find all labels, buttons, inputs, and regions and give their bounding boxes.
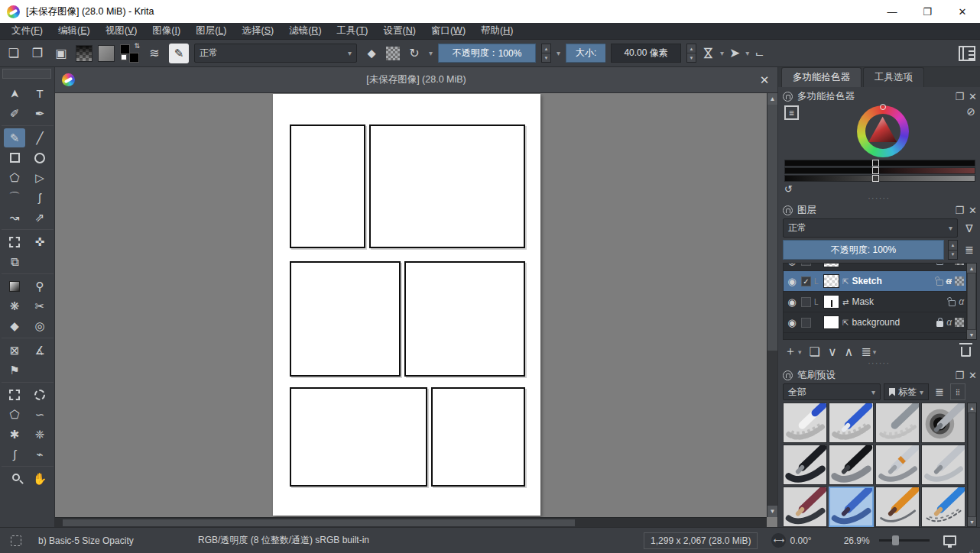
- brush-preset-pencil-dark[interactable]: [783, 445, 827, 485]
- brush-preset-ink-pen-orange-ring[interactable]: [875, 445, 920, 485]
- brush-preset-eraser-soft-blue[interactable]: [829, 403, 873, 443]
- size-value-box[interactable]: 40.00 像素: [611, 44, 681, 63]
- zoom-slider-knob[interactable]: [892, 535, 899, 545]
- opacity-slider[interactable]: 不透明度： 100%: [438, 44, 536, 63]
- close-docker-icon[interactable]: ✕: [969, 205, 977, 216]
- close-button[interactable]: ✕: [945, 0, 980, 23]
- layer-locked-icon[interactable]: [936, 321, 943, 327]
- layer-name[interactable]: Color: [845, 263, 933, 266]
- select-shapes-tool[interactable]: ➤: [4, 84, 25, 103]
- zoom-slider[interactable]: [879, 539, 930, 542]
- layer-visibility-icon[interactable]: ◉: [786, 317, 798, 328]
- minimize-button[interactable]: —: [875, 0, 910, 23]
- polygonal-select-tool[interactable]: ⬠: [4, 405, 25, 424]
- fill-tool[interactable]: ◆: [4, 316, 25, 335]
- inherit-alpha-icon[interactable]: α: [946, 317, 952, 328]
- selector-settings-icon[interactable]: ≣: [784, 105, 799, 120]
- mirror-horizontal-icon[interactable]: ⋈: [700, 47, 716, 60]
- dynamic-brush-tool[interactable]: ↝: [4, 208, 25, 227]
- docker-tab-color-selector[interactable]: 多功能拾色器: [781, 67, 862, 87]
- new-document-icon[interactable]: ❏: [5, 44, 23, 63]
- wrap-around-mode-icon[interactable]: ⌙: [754, 47, 764, 60]
- fg-bg-color-chooser[interactable]: ⇅: [120, 44, 140, 63]
- bezier-curve-tool[interactable]: ⌒: [4, 188, 25, 207]
- pattern-chooser[interactable]: [98, 45, 115, 62]
- tag-button[interactable]: 标签 ▾: [884, 383, 929, 400]
- brush-preset-wet-bristle-blue[interactable]: [829, 487, 873, 527]
- color-slider-1[interactable]: [784, 160, 975, 167]
- menu-i[interactable]: 图像(I): [145, 23, 187, 39]
- lock-docker-icon[interactable]: [783, 205, 793, 215]
- save-document-icon[interactable]: ▣: [52, 44, 70, 63]
- text-tool[interactable]: T: [29, 84, 50, 103]
- brush-preset-airbrush-soft[interactable]: [921, 403, 965, 443]
- vertical-scroll-thumb[interactable]: [767, 105, 777, 351]
- freehand-select-tool[interactable]: ∽: [29, 405, 50, 424]
- scroll-up-icon[interactable]: ▲: [767, 93, 777, 105]
- line-tool[interactable]: ╱: [29, 128, 50, 147]
- gradient-tool[interactable]: [4, 276, 25, 296]
- rectangular-select-tool[interactable]: [4, 385, 25, 404]
- smart-patch-tool[interactable]: ✂: [29, 296, 50, 315]
- brush-preset-eraser-small-soft[interactable]: [875, 403, 920, 443]
- layer-blend-mode-dropdown[interactable]: 正常 ▾: [783, 218, 958, 238]
- magnetic-select-tool[interactable]: ⌁: [29, 445, 50, 464]
- color-slider-3[interactable]: [784, 175, 975, 182]
- mirror-vertical-icon[interactable]: ➤: [729, 45, 740, 61]
- layer-name[interactable]: Mask: [852, 296, 946, 307]
- float-docker-icon[interactable]: ❐: [955, 205, 964, 216]
- menu-t[interactable]: 工具(T): [330, 23, 375, 39]
- add-layer-button[interactable]: ＋▾: [784, 344, 802, 360]
- brush-preset-ink-pen-silver[interactable]: [921, 445, 965, 485]
- brush-preset-wet-brush-maroon[interactable]: [783, 487, 827, 527]
- brush-option-slider-icon[interactable]: ≋: [145, 44, 164, 63]
- layer-row-color[interactable]: ◉LColorα: [784, 263, 966, 271]
- pan-tool[interactable]: ✋: [29, 469, 50, 488]
- move-tool[interactable]: ✜: [29, 232, 50, 251]
- resize-grip[interactable]: ⣠: [969, 545, 974, 553]
- layer-name[interactable]: Sketch: [852, 276, 933, 286]
- chevron-down-icon[interactable]: ▾: [429, 49, 433, 57]
- docker-tab-tool-options[interactable]: 工具选项: [863, 67, 924, 87]
- brush-preset-round-brush-orange[interactable]: [875, 487, 920, 527]
- menu-w[interactable]: 窗口(W): [424, 23, 472, 39]
- layer-filter-icon[interactable]: ∇: [962, 222, 977, 234]
- duplicate-layer-button[interactable]: ❏: [810, 344, 820, 359]
- maximize-button[interactable]: ❐: [910, 0, 945, 23]
- layer-scroll-thumb[interactable]: [968, 273, 975, 329]
- polygon-tool[interactable]: ⬠: [4, 168, 25, 187]
- edit-shapes-tool[interactable]: ✐: [4, 104, 25, 123]
- current-brush-preset[interactable]: b) Basic-5 Size Opacity: [38, 535, 164, 546]
- layer-checkbox[interactable]: [801, 318, 811, 328]
- inherit-alpha-icon[interactable]: α: [946, 263, 952, 266]
- float-docker-icon[interactable]: ❐: [955, 91, 964, 102]
- layer-visibility-icon[interactable]: ◉: [786, 263, 798, 267]
- brush-preset-pencil-chisel[interactable]: [829, 445, 873, 485]
- tag-filter-dropdown[interactable]: 全部 ▾: [783, 383, 881, 400]
- layer-thumbnail[interactable]: [823, 295, 839, 309]
- pattern-edit-tool[interactable]: ❋: [4, 296, 25, 315]
- layer-checkbox[interactable]: [801, 263, 811, 266]
- calligraphy-tool[interactable]: ✒: [29, 104, 50, 123]
- assistants-tool[interactable]: ⊠: [4, 341, 25, 360]
- freehand-brush-tool[interactable]: ✎: [4, 128, 25, 147]
- image-dimensions[interactable]: 1,299 x 2,067 (28.0 MiB): [644, 532, 758, 549]
- color-sampler-tool[interactable]: ⚲: [29, 276, 50, 296]
- measure-tool[interactable]: ∡: [29, 341, 50, 360]
- alpha-lock-icon[interactable]: [955, 318, 964, 327]
- layer-row-background[interactable]: ◉⇱backgroundα: [784, 312, 966, 333]
- color-wheel[interactable]: [857, 105, 909, 157]
- layer-unlocked-icon[interactable]: [936, 280, 943, 286]
- lock-docker-icon[interactable]: [783, 92, 793, 102]
- preset-details-icon[interactable]: ⣿: [950, 383, 965, 400]
- workspace-chooser-button[interactable]: [959, 46, 975, 61]
- move-layer-down-button[interactable]: ∨: [828, 344, 837, 359]
- layer-options-icon[interactable]: ≣: [962, 244, 977, 256]
- brush-scroll-thumb[interactable]: [969, 413, 975, 516]
- ellipse-tool[interactable]: [29, 148, 50, 167]
- layer-checkbox[interactable]: ✓: [801, 276, 811, 286]
- color-slider-2[interactable]: [784, 167, 975, 174]
- menu-e[interactable]: 编辑(E): [51, 23, 97, 39]
- close-docker-icon[interactable]: ✕: [969, 370, 977, 381]
- canvas-page[interactable]: [273, 94, 540, 516]
